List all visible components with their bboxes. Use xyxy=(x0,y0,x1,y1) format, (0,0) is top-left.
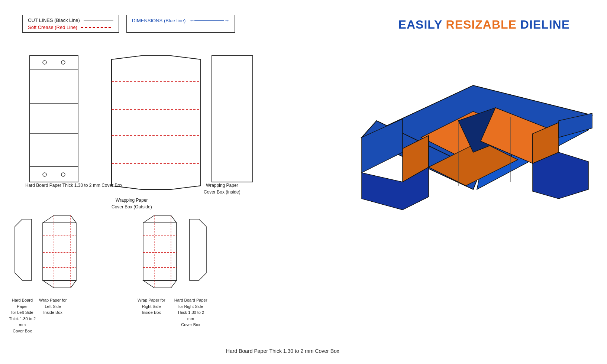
soft-crease-row: Soft Crease (Red Line) xyxy=(28,25,113,30)
svg-point-8 xyxy=(61,173,65,176)
title-dieline: DIELINE xyxy=(520,18,570,31)
svg-marker-47 xyxy=(362,167,429,210)
svg-rect-13 xyxy=(212,56,253,182)
hardboard-caption: Hard Board Paper Thick 1.30 to 2 mm Cove… xyxy=(25,182,122,189)
svg-point-7 xyxy=(43,173,46,176)
title-resizable: RESIZABLE xyxy=(446,18,517,31)
title-easily: EASILY xyxy=(398,18,442,31)
bottom-hb-right-caption: Hard Board Paperfor Right SideThick 1.30… xyxy=(174,297,207,328)
cut-lines-legend: CUT LINES (Black Line) Soft Crease (Red … xyxy=(22,15,119,33)
svg-point-6 xyxy=(61,61,65,64)
soft-crease-label: Soft Crease (Red Line) xyxy=(28,25,77,30)
cut-lines-label: CUT LINES (Black Line) xyxy=(28,17,80,23)
svg-rect-0 xyxy=(30,56,78,182)
solid-line-icon xyxy=(84,20,113,21)
bottom-wrap-left-caption: Wrap Paper forLeft SideInside Box xyxy=(39,297,67,316)
dashed-line-icon xyxy=(81,27,111,28)
page-title: EASILY RESIZABLE DIELINE xyxy=(398,18,570,32)
svg-marker-25 xyxy=(143,280,177,288)
3d-visualization xyxy=(354,63,596,271)
svg-marker-31 xyxy=(190,219,206,280)
svg-marker-17 xyxy=(43,280,76,288)
svg-rect-23 xyxy=(143,223,177,280)
arrow-line-icon xyxy=(189,17,229,23)
svg-marker-16 xyxy=(43,215,76,223)
bottom-wrap-right-caption: Wrap Paper forRight SideInside Box xyxy=(138,297,165,316)
svg-point-5 xyxy=(43,61,46,64)
dimensions-row: DIMENSIONS (Blue line) xyxy=(132,17,229,23)
svg-marker-24 xyxy=(143,215,177,223)
svg-marker-14 xyxy=(15,219,32,280)
legend-area: CUT LINES (Black Line) Soft Crease (Red … xyxy=(22,15,235,33)
wrap-inside-caption: Wrapping PaperCover Box (inside) xyxy=(204,182,240,195)
dimensions-label: DIMENSIONS (Blue line) xyxy=(132,18,185,23)
wrap-outside-caption: Wrapping PaperCover Box (Outside) xyxy=(112,197,152,210)
cover-box-label: Hard Board Paper Thick 1.30 to 2 mm Cove… xyxy=(226,348,339,354)
bottom-hb-left-caption: Hard Board Paperfor Left SideThick 1.30 … xyxy=(7,297,37,334)
dimensions-legend: DIMENSIONS (Blue line) xyxy=(126,15,235,33)
cut-lines-row: CUT LINES (Black Line) xyxy=(28,17,113,23)
svg-rect-15 xyxy=(43,223,76,280)
bottom-dieline-drawings xyxy=(11,215,249,290)
